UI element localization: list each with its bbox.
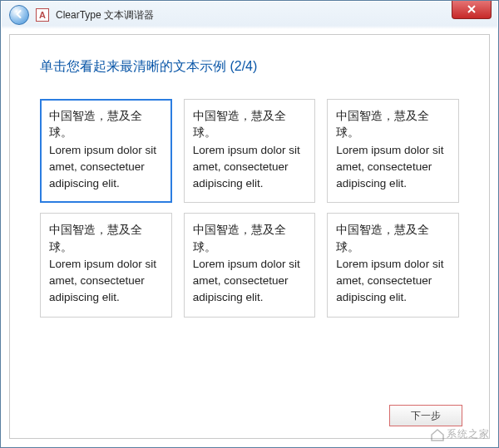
- text-sample-2[interactable]: 中国智造，慧及全球。 Lorem ipsum dolor sit amet, c…: [184, 99, 316, 203]
- app-icon: A: [36, 8, 49, 22]
- close-icon: [467, 2, 477, 17]
- app-icon-letter: A: [39, 10, 46, 20]
- sample-en: Lorem ipsum dolor sit amet, consectetuer…: [49, 258, 156, 304]
- sample-en: Lorem ipsum dolor sit amet, consectetuer…: [193, 144, 300, 190]
- text-sample-1[interactable]: 中国智造，慧及全球。 Lorem ipsum dolor sit amet, c…: [40, 99, 172, 203]
- sample-en: Lorem ipsum dolor sit amet, consectetuer…: [336, 144, 443, 190]
- sample-en: Lorem ipsum dolor sit amet, consectetuer…: [193, 258, 300, 304]
- text-sample-6[interactable]: 中国智造，慧及全球。 Lorem ipsum dolor sit amet, c…: [327, 213, 459, 317]
- sample-cn: 中国智造，慧及全球。: [49, 222, 163, 256]
- dialog-window: A ClearType 文本调谐器 单击您看起来最清晰的文本示例 (2/4) 中…: [0, 0, 499, 448]
- sample-grid: 中国智造，慧及全球。 Lorem ipsum dolor sit amet, c…: [40, 99, 459, 318]
- close-button[interactable]: [452, 1, 492, 19]
- back-button[interactable]: [9, 5, 29, 25]
- content-panel: 单击您看起来最清晰的文本示例 (2/4) 中国智造，慧及全球。 Lorem ip…: [9, 34, 490, 439]
- page-heading: 单击您看起来最清晰的文本示例 (2/4): [40, 58, 459, 76]
- window-title: ClearType 文本调谐器: [56, 8, 154, 22]
- sample-cn: 中国智造，慧及全球。: [193, 222, 307, 256]
- sample-cn: 中国智造，慧及全球。: [193, 108, 307, 142]
- text-sample-4[interactable]: 中国智造，慧及全球。 Lorem ipsum dolor sit amet, c…: [40, 213, 172, 317]
- arrow-left-icon: [14, 9, 24, 22]
- sample-cn: 中国智造，慧及全球。: [49, 108, 163, 142]
- title-bar: A ClearType 文本调谐器: [1, 1, 498, 29]
- text-sample-3[interactable]: 中国智造，慧及全球。 Lorem ipsum dolor sit amet, c…: [327, 99, 459, 203]
- text-sample-5[interactable]: 中国智造，慧及全球。 Lorem ipsum dolor sit amet, c…: [184, 213, 316, 317]
- next-button-label: 下一步: [411, 410, 441, 421]
- sample-cn: 中国智造，慧及全球。: [336, 108, 450, 142]
- sample-en: Lorem ipsum dolor sit amet, consectetuer…: [49, 144, 156, 190]
- next-button[interactable]: 下一步: [389, 405, 462, 426]
- sample-en: Lorem ipsum dolor sit amet, consectetuer…: [336, 258, 443, 304]
- sample-cn: 中国智造，慧及全球。: [336, 222, 450, 256]
- button-row: 下一步: [389, 405, 462, 426]
